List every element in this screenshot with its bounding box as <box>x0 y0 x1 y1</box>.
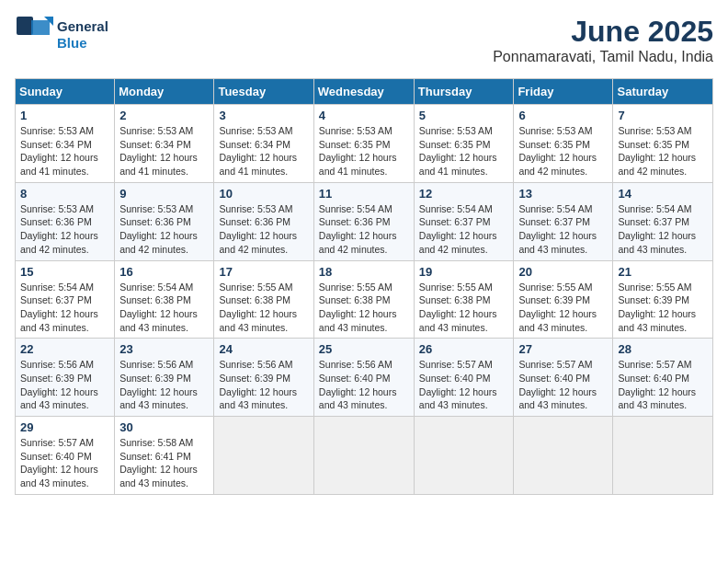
day-number: 27 <box>518 342 608 356</box>
day-number: 17 <box>219 265 308 279</box>
table-row: 22 Sunrise: 5:56 AMSunset: 6:39 PMDaylig… <box>16 339 115 417</box>
table-row: 6 Sunrise: 5:53 AMSunset: 6:35 PMDayligh… <box>514 105 613 183</box>
day-number: 6 <box>518 109 608 122</box>
table-row <box>214 417 313 495</box>
day-number: 20 <box>518 265 608 279</box>
day-info: Sunrise: 5:57 AMSunset: 6:40 PMDaylight:… <box>518 359 597 410</box>
day-info: Sunrise: 5:56 AMSunset: 6:40 PMDaylight:… <box>319 359 397 410</box>
table-row: 27 Sunrise: 5:57 AMSunset: 6:40 PMDaylig… <box>514 339 613 417</box>
day-number: 24 <box>219 342 308 356</box>
calendar-row: 15 Sunrise: 5:54 AMSunset: 6:37 PMDaylig… <box>16 260 713 339</box>
logo-general-text: General <box>57 18 108 35</box>
day-number: 29 <box>20 420 109 434</box>
day-number: 16 <box>119 265 209 279</box>
day-number: 2 <box>119 109 209 122</box>
table-row <box>613 417 713 495</box>
day-number: 14 <box>618 187 708 201</box>
day-info: Sunrise: 5:56 AMSunset: 6:39 PMDaylight:… <box>20 359 98 410</box>
table-row: 4 Sunrise: 5:53 AMSunset: 6:35 PMDayligh… <box>313 105 414 183</box>
day-info: Sunrise: 5:56 AMSunset: 6:39 PMDaylight:… <box>219 359 297 410</box>
table-row: 7 Sunrise: 5:53 AMSunset: 6:35 PMDayligh… <box>613 105 713 183</box>
month-title: June 2025 <box>493 15 713 49</box>
day-info: Sunrise: 5:53 AMSunset: 6:34 PMDaylight:… <box>119 125 198 177</box>
table-row: 10 Sunrise: 5:53 AMSunset: 6:36 PMDaylig… <box>214 182 313 260</box>
col-saturday: Saturday <box>613 79 713 105</box>
day-info: Sunrise: 5:53 AMSunset: 6:34 PMDaylight:… <box>219 125 297 177</box>
day-number: 13 <box>518 187 608 201</box>
day-number: 1 <box>20 109 109 122</box>
col-tuesday: Tuesday <box>214 79 313 105</box>
day-number: 4 <box>319 109 409 122</box>
table-row: 8 Sunrise: 5:53 AMSunset: 6:36 PMDayligh… <box>16 182 115 260</box>
day-number: 10 <box>219 187 308 201</box>
day-number: 15 <box>20 265 109 279</box>
table-row: 9 Sunrise: 5:53 AMSunset: 6:36 PMDayligh… <box>115 182 214 260</box>
table-row: 25 Sunrise: 5:56 AMSunset: 6:40 PMDaylig… <box>313 339 414 417</box>
calendar-row: 1 Sunrise: 5:53 AMSunset: 6:34 PMDayligh… <box>16 105 713 183</box>
day-info: Sunrise: 5:54 AMSunset: 6:37 PMDaylight:… <box>518 203 597 255</box>
day-number: 30 <box>119 420 209 434</box>
table-row: 26 Sunrise: 5:57 AMSunset: 6:40 PMDaylig… <box>414 339 514 417</box>
title-section: June 2025 Ponnamaravati, Tamil Nadu, Ind… <box>493 15 713 65</box>
day-number: 9 <box>119 187 209 201</box>
day-info: Sunrise: 5:55 AMSunset: 6:38 PMDaylight:… <box>319 282 397 333</box>
table-row: 11 Sunrise: 5:54 AMSunset: 6:36 PMDaylig… <box>313 182 414 260</box>
logo-svg <box>15 15 55 55</box>
table-row <box>313 417 414 495</box>
table-row: 29 Sunrise: 5:57 AMSunset: 6:40 PMDaylig… <box>16 417 115 495</box>
logo-blue-text: Blue <box>57 35 108 52</box>
day-info: Sunrise: 5:57 AMSunset: 6:40 PMDaylight:… <box>20 437 98 488</box>
calendar-row: 8 Sunrise: 5:53 AMSunset: 6:36 PMDayligh… <box>16 182 713 260</box>
day-info: Sunrise: 5:55 AMSunset: 6:39 PMDaylight:… <box>618 282 696 333</box>
calendar-header-row: Sunday Monday Tuesday Wednesday Thursday… <box>16 79 713 105</box>
day-number: 12 <box>419 187 509 201</box>
col-wednesday: Wednesday <box>313 79 414 105</box>
col-thursday: Thursday <box>414 79 514 105</box>
day-info: Sunrise: 5:55 AMSunset: 6:38 PMDaylight:… <box>419 282 497 333</box>
svg-rect-0 <box>17 17 33 35</box>
day-number: 5 <box>419 109 509 122</box>
table-row <box>514 417 613 495</box>
day-info: Sunrise: 5:53 AMSunset: 6:35 PMDaylight:… <box>618 125 696 177</box>
day-info: Sunrise: 5:54 AMSunset: 6:36 PMDaylight:… <box>319 203 397 255</box>
day-number: 22 <box>20 342 109 356</box>
table-row: 21 Sunrise: 5:55 AMSunset: 6:39 PMDaylig… <box>613 260 713 339</box>
table-row <box>414 417 514 495</box>
day-info: Sunrise: 5:55 AMSunset: 6:39 PMDaylight:… <box>518 282 597 333</box>
table-row: 19 Sunrise: 5:55 AMSunset: 6:38 PMDaylig… <box>414 260 514 339</box>
col-sunday: Sunday <box>16 79 115 105</box>
table-row: 24 Sunrise: 5:56 AMSunset: 6:39 PMDaylig… <box>214 339 313 417</box>
calendar-row: 22 Sunrise: 5:56 AMSunset: 6:39 PMDaylig… <box>16 339 713 417</box>
day-number: 7 <box>618 109 708 122</box>
col-friday: Friday <box>514 79 613 105</box>
table-row: 16 Sunrise: 5:54 AMSunset: 6:38 PMDaylig… <box>115 260 214 339</box>
svg-marker-1 <box>31 20 50 35</box>
day-info: Sunrise: 5:56 AMSunset: 6:39 PMDaylight:… <box>119 359 198 410</box>
day-info: Sunrise: 5:54 AMSunset: 6:38 PMDaylight:… <box>119 282 198 333</box>
day-info: Sunrise: 5:58 AMSunset: 6:41 PMDaylight:… <box>119 437 198 488</box>
day-info: Sunrise: 5:53 AMSunset: 6:34 PMDaylight:… <box>20 125 98 177</box>
day-info: Sunrise: 5:53 AMSunset: 6:35 PMDaylight:… <box>419 125 497 177</box>
table-row: 1 Sunrise: 5:53 AMSunset: 6:34 PMDayligh… <box>16 105 115 183</box>
day-info: Sunrise: 5:53 AMSunset: 6:36 PMDaylight:… <box>20 203 98 255</box>
day-number: 26 <box>419 342 509 356</box>
day-info: Sunrise: 5:53 AMSunset: 6:35 PMDaylight:… <box>518 125 597 177</box>
day-number: 3 <box>219 109 308 122</box>
table-row: 23 Sunrise: 5:56 AMSunset: 6:39 PMDaylig… <box>115 339 214 417</box>
day-info: Sunrise: 5:54 AMSunset: 6:37 PMDaylight:… <box>20 282 98 333</box>
day-number: 25 <box>319 342 409 356</box>
day-number: 23 <box>119 342 209 356</box>
calendar-row: 29 Sunrise: 5:57 AMSunset: 6:40 PMDaylig… <box>16 417 713 495</box>
table-row: 2 Sunrise: 5:53 AMSunset: 6:34 PMDayligh… <box>115 105 214 183</box>
calendar-table: Sunday Monday Tuesday Wednesday Thursday… <box>15 78 713 495</box>
table-row: 14 Sunrise: 5:54 AMSunset: 6:37 PMDaylig… <box>613 182 713 260</box>
day-info: Sunrise: 5:57 AMSunset: 6:40 PMDaylight:… <box>618 359 696 410</box>
day-info: Sunrise: 5:54 AMSunset: 6:37 PMDaylight:… <box>618 203 696 255</box>
day-info: Sunrise: 5:53 AMSunset: 6:36 PMDaylight:… <box>119 203 198 255</box>
location-title: Ponnamaravati, Tamil Nadu, India <box>493 49 713 65</box>
table-row: 3 Sunrise: 5:53 AMSunset: 6:34 PMDayligh… <box>214 105 313 183</box>
table-row: 20 Sunrise: 5:55 AMSunset: 6:39 PMDaylig… <box>514 260 613 339</box>
day-info: Sunrise: 5:57 AMSunset: 6:40 PMDaylight:… <box>419 359 497 410</box>
day-number: 11 <box>319 187 409 201</box>
table-row: 30 Sunrise: 5:58 AMSunset: 6:41 PMDaylig… <box>115 417 214 495</box>
